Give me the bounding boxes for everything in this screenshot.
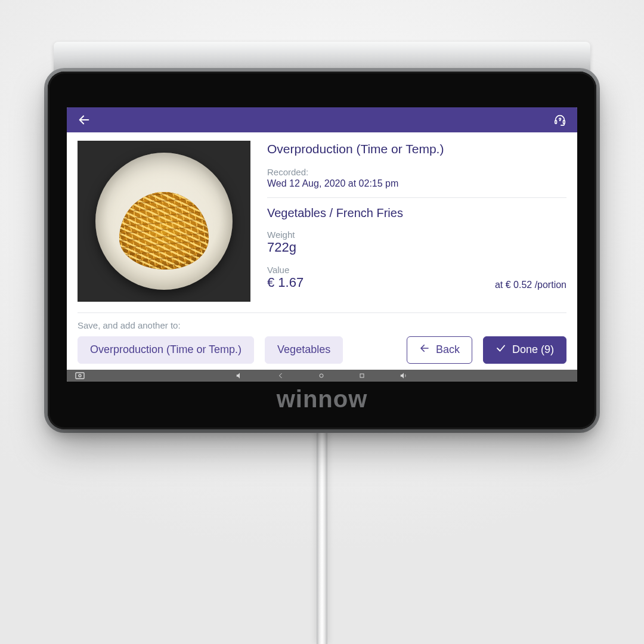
svg-rect-1 — [555, 120, 557, 124]
back-arrow-icon[interactable] — [78, 113, 91, 126]
headset-help-icon[interactable] — [553, 113, 566, 126]
divider — [78, 312, 566, 313]
tablet-frame: Overproduction (Time or Temp.) Recorded:… — [48, 72, 596, 429]
nav-recent-icon[interactable] — [358, 372, 366, 379]
recorded-label: Recorded: — [267, 167, 566, 177]
content-area: Overproduction (Time or Temp.) Recorded:… — [67, 132, 577, 370]
svg-rect-8 — [360, 374, 364, 377]
category-title: Overproduction (Time or Temp.) — [267, 142, 566, 156]
arrow-left-icon — [419, 343, 430, 357]
back-button[interactable]: Back — [407, 336, 472, 364]
svg-rect-5 — [76, 373, 84, 379]
volume-down-icon[interactable] — [236, 371, 244, 380]
check-icon — [496, 343, 506, 357]
nav-home-icon[interactable] — [318, 372, 325, 379]
tablet-mount — [54, 42, 590, 72]
value-label: Value — [267, 265, 304, 275]
button-label: Overproduction (Time or Temp.) — [90, 343, 242, 356]
action-buttons: Overproduction (Time or Temp.) Vegetable… — [78, 336, 566, 364]
svg-point-7 — [320, 374, 323, 377]
divider — [267, 197, 566, 198]
value-amount: € 1.67 — [267, 275, 304, 290]
screen: Overproduction (Time or Temp.) Recorded:… — [67, 107, 577, 382]
quick-add-overproduction-button[interactable]: Overproduction (Time or Temp.) — [78, 336, 254, 364]
screenshot-icon[interactable] — [75, 372, 85, 379]
item-path: Vegetables / French Fries — [267, 206, 566, 220]
button-label: Done (9) — [512, 343, 554, 356]
app-header — [67, 107, 577, 132]
nav-back-icon[interactable] — [277, 372, 284, 379]
recorded-value: Wed 12 Aug, 2020 at 02:15 pm — [267, 178, 566, 189]
done-button[interactable]: Done (9) — [483, 336, 566, 364]
waste-photo — [78, 141, 250, 302]
record-details: Overproduction (Time or Temp.) Recorded:… — [267, 141, 566, 302]
button-label: Vegetables — [277, 343, 330, 356]
button-label: Back — [436, 343, 460, 356]
quick-add-vegetables-button[interactable]: Vegetables — [265, 336, 343, 364]
save-prompt: Save, and add another to: — [78, 320, 566, 330]
device-brand: winnow — [48, 386, 596, 413]
portion-rate: at € 0.52 /portion — [495, 280, 566, 290]
tablet-pole — [317, 429, 327, 644]
weight-value: 722g — [267, 240, 566, 255]
weight-label: Weight — [267, 230, 566, 240]
volume-up-icon[interactable] — [399, 371, 408, 380]
svg-point-6 — [79, 374, 81, 377]
svg-rect-2 — [564, 120, 565, 124]
android-nav-bar — [67, 370, 577, 382]
